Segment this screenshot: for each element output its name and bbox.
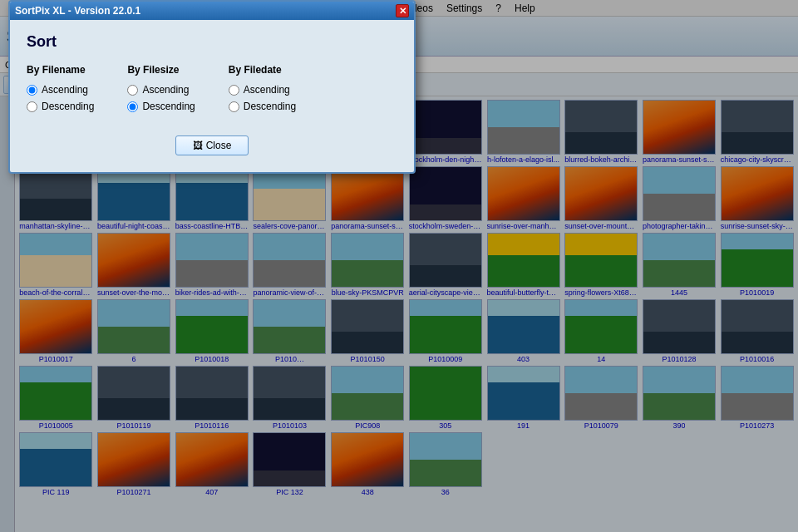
sort-dialog-title: SortPix XL - Version 22.0.1: [15, 5, 140, 17]
sort-by-filedate-group: By Filedate Ascending Descending: [229, 64, 296, 112]
sort-filename-ascending-text: Ascending: [42, 84, 88, 96]
close-icon: 🖼: [193, 140, 203, 151]
sort-filesize-ascending-label[interactable]: Ascending: [127, 84, 195, 96]
sort-filename-descending-text: Descending: [42, 101, 94, 112]
sort-dialog: SortPix XL - Version 22.0.1 ✕ Sort By Fi…: [8, 0, 416, 174]
sort-filename-ascending-radio[interactable]: [27, 85, 37, 96]
sort-filedate-descending-radio[interactable]: [229, 101, 239, 112]
sort-filedate-label: By Filedate: [229, 64, 296, 76]
sort-heading: Sort: [27, 33, 397, 51]
sort-filesize-descending-label[interactable]: Descending: [127, 101, 195, 112]
sort-filesize-ascending-text: Ascending: [142, 84, 189, 96]
sort-filedate-ascending-label[interactable]: Ascending: [229, 84, 296, 96]
sort-options: By Filename Ascending Descending By File…: [27, 64, 397, 112]
sort-filedate-descending-text: Descending: [244, 101, 296, 112]
sort-filesize-descending-text: Descending: [142, 101, 195, 112]
sort-filename-descending-label[interactable]: Descending: [27, 101, 94, 112]
sort-filename-ascending-label[interactable]: Ascending: [27, 84, 94, 96]
sort-close-area: 🖼 Close: [27, 129, 397, 159]
sort-dialog-body: Sort By Filename Ascending Descending: [10, 20, 414, 172]
sort-filedate-descending-label[interactable]: Descending: [229, 101, 296, 112]
sort-dialog-titlebar: SortPix XL - Version 22.0.1 ✕: [10, 2, 414, 20]
sort-filesize-label: By Filesize: [127, 64, 195, 76]
modal-overlay: SortPix XL - Version 22.0.1 ✕ Sort By Fi…: [0, 0, 798, 532]
sort-filesize-descending-radio[interactable]: [127, 101, 138, 112]
sort-close-button[interactable]: 🖼 Close: [175, 135, 249, 155]
sort-filename-descending-radio[interactable]: [27, 101, 37, 112]
sort-dialog-close-button[interactable]: ✕: [396, 4, 409, 17]
close-btn-label: Close: [206, 140, 232, 151]
sort-filedate-ascending-radio[interactable]: [229, 85, 239, 96]
sort-filename-label: By Filename: [27, 64, 94, 76]
sort-filesize-ascending-radio[interactable]: [127, 85, 138, 96]
sort-filedate-ascending-text: Ascending: [244, 84, 290, 96]
sort-by-filename-group: By Filename Ascending Descending: [27, 64, 94, 112]
sort-by-filesize-group: By Filesize Ascending Descending: [127, 64, 195, 112]
